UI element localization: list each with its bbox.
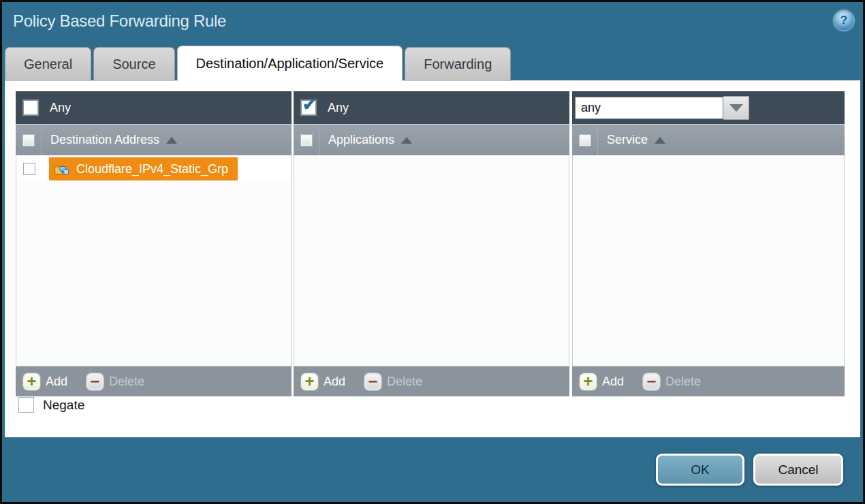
applications-header-checkbox-cell (294, 125, 319, 155)
service-select-all-checkbox[interactable] (579, 134, 591, 146)
address-group-name: Cloudflare_IPv4_Static_Grp (76, 162, 228, 176)
service-dropdown-input[interactable] (575, 97, 723, 119)
add-icon: + (301, 373, 318, 390)
sort-asc-icon[interactable] (655, 137, 665, 144)
delete-button[interactable]: − Delete (86, 373, 144, 390)
applications-any-bar: ✔ Any (294, 91, 569, 124)
destination-header-row: Destination Address (16, 124, 292, 155)
sort-asc-icon[interactable] (166, 137, 177, 144)
tab-general[interactable]: General (5, 47, 91, 81)
applications-any-checkbox[interactable]: ✔ (301, 100, 316, 115)
tab-source[interactable]: Source (93, 47, 174, 81)
add-button[interactable]: + Add (23, 373, 67, 390)
delete-icon: − (86, 373, 104, 390)
add-button-label: Add (602, 375, 624, 389)
destination-select-all-checkbox[interactable] (22, 134, 35, 146)
cancel-button[interactable]: Cancel (753, 454, 843, 486)
delete-button[interactable]: − Delete (643, 373, 701, 390)
service-list (572, 155, 845, 366)
applications-panel: ✔ Any Applications + Add − Delete (294, 91, 569, 396)
tab-content-panel: Any Destination Address (5, 80, 860, 437)
address-group-icon (54, 163, 70, 176)
selected-address-entry[interactable]: Cloudflare_IPv4_Static_Grp (49, 157, 238, 180)
tab-destination-application-service[interactable]: Destination/Application/Service (177, 46, 403, 81)
applications-select-all-checkbox[interactable] (300, 134, 313, 146)
row-checkbox[interactable] (23, 163, 35, 175)
destination-list: Cloudflare_IPv4_Static_Grp (16, 155, 292, 366)
delete-icon: − (643, 373, 660, 390)
policy-based-forwarding-dialog: Policy Based Forwarding Rule ? General S… (0, 0, 865, 504)
sort-asc-icon[interactable] (401, 137, 412, 144)
add-button-label: Add (46, 375, 67, 389)
applications-header-row: Applications (294, 124, 569, 155)
add-icon: + (580, 373, 597, 390)
page-title: Policy Based Forwarding Rule (13, 12, 226, 31)
applications-list (294, 155, 569, 366)
service-dropdown-bar (572, 91, 845, 124)
add-button[interactable]: + Add (580, 373, 624, 390)
negate-label: Negate (43, 398, 84, 413)
chevron-down-icon (729, 104, 743, 112)
help-icon[interactable]: ? (834, 11, 853, 30)
table-row[interactable]: Cloudflare_IPv4_Static_Grp (16, 155, 291, 183)
ok-button[interactable]: OK (656, 454, 744, 486)
applications-column-header: Applications (328, 133, 394, 147)
tab-bar: General Source Destination/Application/S… (5, 46, 511, 81)
destination-address-panel: Any Destination Address (16, 91, 292, 396)
service-header-checkbox-cell (572, 125, 598, 155)
destination-any-bar: Any (16, 91, 292, 124)
negate-checkbox[interactable] (18, 397, 34, 413)
add-icon: + (23, 373, 40, 390)
delete-button-label: Delete (109, 375, 144, 389)
check-icon: ✔ (302, 95, 316, 114)
add-button[interactable]: + Add (301, 373, 345, 390)
destination-any-checkbox[interactable] (23, 100, 38, 115)
applications-footer-bar: + Add − Delete (294, 366, 569, 396)
destination-header-checkbox-cell (16, 125, 42, 155)
service-dropdown (575, 96, 749, 120)
negate-row: Negate (18, 397, 84, 413)
delete-button-label: Delete (387, 375, 422, 389)
add-button-label: Add (324, 375, 345, 389)
service-panel: Service + Add − Delete (572, 91, 845, 396)
delete-button[interactable]: − Delete (364, 373, 422, 390)
delete-icon: − (364, 373, 381, 390)
service-footer-bar: + Add − Delete (572, 366, 845, 396)
service-header-row: Service (572, 124, 845, 155)
service-dropdown-button[interactable] (723, 96, 749, 120)
destination-footer-bar: + Add − Delete (16, 366, 292, 396)
applications-any-label: Any (328, 101, 349, 115)
delete-button-label: Delete (665, 375, 701, 389)
destination-column-header: Destination Address (50, 133, 159, 147)
row-checkbox-cell (16, 155, 42, 183)
question-mark-glyph: ? (840, 14, 847, 27)
destination-any-label: Any (50, 101, 71, 115)
service-column-header: Service (607, 133, 648, 147)
tab-forwarding[interactable]: Forwarding (405, 47, 511, 81)
